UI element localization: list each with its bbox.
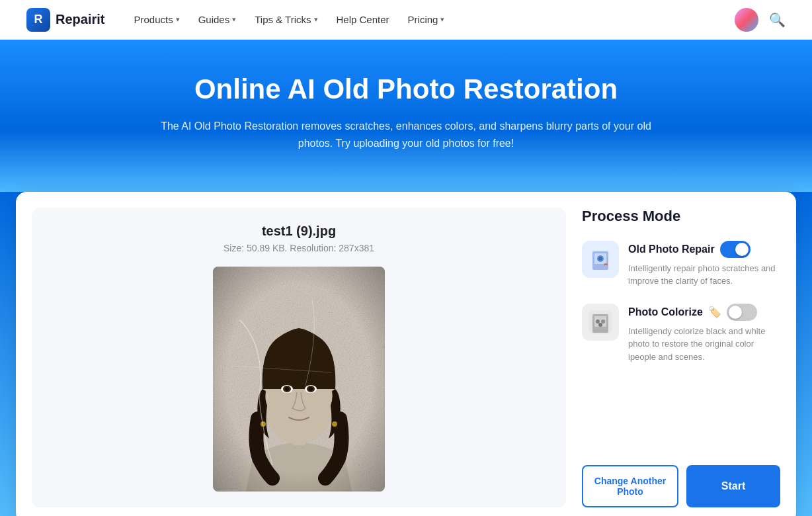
svg-point-22 bbox=[596, 320, 600, 323]
mode-desc-old-photo-repair: Intelligently repair photo scratches and… bbox=[628, 262, 780, 288]
brand-logo-icon: R bbox=[26, 8, 50, 32]
photo-container bbox=[213, 267, 385, 492]
mode-label-photo-colorize: Photo Colorize bbox=[628, 306, 703, 318]
premium-badge-icon: 🏷️ bbox=[708, 306, 721, 318]
nav-item-help-center[interactable]: Help Center bbox=[329, 9, 397, 30]
chevron-down-icon: ▾ bbox=[440, 15, 444, 24]
nav-item-products[interactable]: Products ▾ bbox=[126, 9, 187, 30]
old-photo-repair-icon bbox=[582, 241, 619, 278]
chevron-down-icon: ▾ bbox=[314, 15, 318, 24]
avatar[interactable] bbox=[735, 8, 758, 32]
chevron-down-icon: ▾ bbox=[176, 15, 180, 24]
brand-name: Repairit bbox=[56, 12, 104, 27]
svg-point-18 bbox=[598, 257, 602, 261]
mode-label-old-photo-repair: Old Photo Repair bbox=[628, 243, 715, 255]
process-mode-title: Process Mode bbox=[582, 208, 780, 225]
nav-items: Products ▾ Guides ▾ Tips & Tricks ▾ Help… bbox=[126, 9, 735, 30]
navbar: R Repairit Products ▾ Guides ▾ Tips & Tr… bbox=[0, 0, 812, 40]
nav-item-pricing[interactable]: Pricing ▾ bbox=[400, 9, 453, 30]
photo-colorize-icon bbox=[582, 304, 619, 341]
svg-point-24 bbox=[598, 323, 602, 327]
nav-item-guides[interactable]: Guides ▾ bbox=[190, 9, 245, 30]
mode-item-old-photo-repair: Old Photo Repair Intelligently repair ph… bbox=[582, 241, 780, 288]
old-photo-repair-toggle[interactable] bbox=[720, 241, 751, 258]
mode-item-photo-colorize: Photo Colorize 🏷️ Intelligendy colorize … bbox=[582, 304, 780, 364]
card-inner: test1 (9).jpg Size: 50.89 KB. Resolution… bbox=[32, 208, 780, 507]
hero-subtitle: The AI Old Photo Restoration removes scr… bbox=[148, 118, 664, 151]
chevron-down-icon: ▾ bbox=[232, 15, 236, 24]
file-name: test1 (9).jpg bbox=[262, 224, 336, 239]
right-panel: Process Mode bbox=[582, 208, 780, 507]
main-card: test1 (9).jpg Size: 50.89 KB. Resolution… bbox=[16, 192, 796, 516]
action-buttons: Change Another Photo Start bbox=[582, 449, 780, 507]
change-photo-button[interactable]: Change Another Photo bbox=[582, 465, 678, 507]
svg-point-23 bbox=[601, 320, 605, 323]
brand-logo-link[interactable]: R Repairit bbox=[26, 8, 104, 32]
photo-colorize-toggle[interactable] bbox=[727, 304, 757, 321]
svg-rect-13 bbox=[213, 267, 385, 492]
nav-item-tips-tricks[interactable]: Tips & Tricks ▾ bbox=[247, 9, 325, 30]
mode-header-old-photo-repair: Old Photo Repair bbox=[628, 241, 780, 258]
photo-preview bbox=[213, 267, 385, 492]
hero-title: Online AI Old Photo Restoration bbox=[13, 73, 799, 106]
hero-section: Online AI Old Photo Restoration The AI O… bbox=[0, 40, 812, 192]
nav-right: 🔍 bbox=[735, 8, 786, 32]
mode-desc-photo-colorize: Intelligendy colorize black and white ph… bbox=[628, 325, 780, 364]
left-panel: test1 (9).jpg Size: 50.89 KB. Resolution… bbox=[32, 208, 566, 507]
mode-header-photo-colorize: Photo Colorize 🏷️ bbox=[628, 304, 780, 321]
start-button[interactable]: Start bbox=[686, 465, 780, 507]
search-icon[interactable]: 🔍 bbox=[769, 12, 786, 28]
file-meta: Size: 50.89 KB. Resolution: 287x381 bbox=[223, 243, 374, 253]
mode-content-photo-colorize: Photo Colorize 🏷️ Intelligendy colorize … bbox=[628, 304, 780, 364]
main-card-wrapper: test1 (9).jpg Size: 50.89 KB. Resolution… bbox=[0, 192, 812, 516]
mode-content-old-photo-repair: Old Photo Repair Intelligently repair ph… bbox=[628, 241, 780, 288]
